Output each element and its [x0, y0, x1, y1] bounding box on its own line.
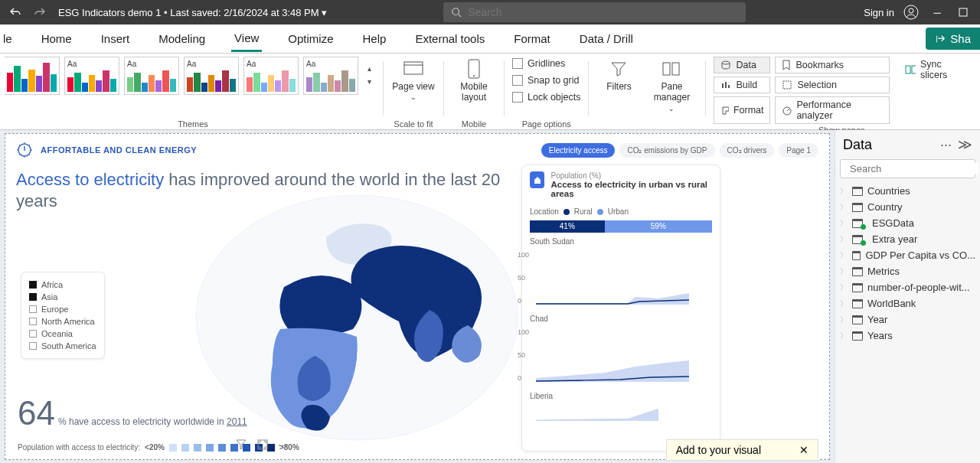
pane-format-button[interactable]: Format — [714, 96, 770, 124]
mobile-layout-button[interactable]: Mobile layout — [452, 57, 496, 103]
data-search[interactable] — [840, 159, 975, 178]
data-pane: Data ··· ≫ 〉Countries〉Country〉ESGData〉Ex… — [835, 130, 980, 463]
ribbon-body: Aa Aa Aa Aa Aa ▴▾ Themes Page view⌄ Scal… — [0, 54, 980, 130]
data-pane-title: Data — [843, 137, 872, 153]
tab-modeling[interactable]: Modeling — [155, 27, 208, 51]
pane-data-button[interactable]: Data — [714, 57, 770, 73]
sync-slicers-button[interactable]: Sync slicers — [899, 57, 969, 83]
theme-thumb[interactable]: Aa — [124, 57, 179, 95]
data-search-input[interactable] — [850, 163, 978, 174]
maximize-icon[interactable] — [954, 3, 972, 21]
tab-optimize[interactable]: Optimize — [285, 27, 336, 51]
collapse-pane-icon[interactable]: ≫ — [958, 136, 972, 153]
theme-gallery[interactable]: Aa Aa Aa Aa Aa ▴▾ — [11, 57, 375, 95]
theme-dropdown-icon[interactable]: ▴▾ — [363, 57, 375, 86]
report-tabs: Electricity access CO₂ emissions by GDP … — [541, 143, 818, 158]
data-icon — [720, 60, 731, 70]
bookmark-icon — [782, 60, 791, 70]
add-to-visual-banner[interactable]: Add to your visual ✕ — [666, 439, 818, 461]
fields-tree[interactable]: 〉Countries〉Country〉ESGData〉Extra year〉GD… — [835, 183, 980, 463]
table-item[interactable]: 〉number-of-people-wit... — [835, 279, 980, 295]
share-button[interactable]: Sha — [926, 28, 980, 50]
svg-point-9 — [722, 61, 730, 64]
pill-page1[interactable]: Page 1 — [779, 143, 818, 158]
share-icon — [935, 34, 946, 44]
table-item[interactable]: 〉ESGData — [835, 215, 980, 231]
group-label-scale: Scale to fit — [394, 118, 433, 129]
svg-point-6 — [473, 75, 475, 77]
focus-icon[interactable] — [256, 439, 269, 451]
panes-icon — [660, 58, 683, 80]
pane-manager-button[interactable]: Pane manager⌄ — [645, 57, 697, 113]
pill-electricity[interactable]: Electricity access — [541, 143, 616, 158]
pane-bookmarks-button[interactable]: Bookmarks — [775, 57, 890, 73]
sign-in-link[interactable]: Sign in — [864, 7, 894, 18]
svg-rect-3 — [959, 8, 967, 16]
tab-insert[interactable]: Insert — [98, 27, 133, 51]
tab-data-drill[interactable]: Data / Drill — [577, 27, 636, 51]
theme-thumb[interactable]: Aa — [64, 57, 119, 95]
tab-home[interactable]: Home — [38, 27, 75, 51]
table-item[interactable]: 〉Countries — [835, 183, 980, 199]
report-brand: AFFORTABLE AND CLEAN ENERGY — [41, 145, 197, 155]
report-canvas[interactable]: AFFORTABLE AND CLEAN ENERGY Electricity … — [0, 130, 835, 463]
filters-button[interactable]: Filters — [596, 57, 641, 92]
tab-format[interactable]: Format — [511, 27, 554, 51]
gridlines-checkbox[interactable]: Gridlines — [512, 57, 565, 70]
svg-rect-16 — [258, 440, 267, 449]
pill-co2-drivers[interactable]: CO₂ drivers — [720, 143, 775, 158]
perf-icon — [782, 105, 792, 116]
table-item[interactable]: 〉Country — [835, 199, 980, 215]
energy-icon — [16, 142, 33, 158]
tab-external-tools[interactable]: External tools — [412, 27, 488, 51]
funnel-icon[interactable] — [235, 439, 247, 451]
build-icon — [720, 80, 731, 90]
close-icon[interactable]: ✕ — [799, 444, 808, 456]
theme-thumb[interactable]: Aa — [243, 57, 299, 95]
visual-action-icons[interactable]: ··· — [235, 439, 288, 452]
sync-icon — [905, 64, 915, 75]
more-icon[interactable]: ··· — [278, 439, 288, 452]
pane-selection-button[interactable]: Selection — [775, 77, 890, 93]
mini-chart-0: South Sudan 100500 — [530, 237, 712, 310]
tab-help[interactable]: Help — [360, 27, 390, 51]
pane-build-button[interactable]: Build — [714, 77, 770, 93]
table-item[interactable]: 〉Extra year — [835, 231, 980, 247]
report-page[interactable]: AFFORTABLE AND CLEAN ENERGY Electricity … — [5, 133, 830, 460]
more-icon[interactable]: ··· — [940, 137, 952, 153]
ribbon-tabs: le Home Insert Modeling View Optimize He… — [0, 24, 980, 54]
table-item[interactable]: 〉GDP Per Capita vs CO... — [835, 247, 980, 263]
stacked-bar: 41% 59% — [530, 220, 712, 233]
theme-thumb[interactable]: Aa — [303, 57, 358, 95]
mobile-icon — [462, 58, 485, 80]
urban-rural-visual[interactable]: Population (%) Access to electricity in … — [521, 165, 720, 452]
table-item[interactable]: 〉Years — [835, 328, 980, 344]
global-search[interactable] — [443, 2, 746, 22]
svg-point-1 — [904, 5, 918, 19]
search-input[interactable] — [468, 6, 738, 18]
lock-objects-checkbox[interactable]: Lock objects — [512, 90, 580, 104]
snap-to-grid-checkbox[interactable]: Snap to grid — [512, 73, 579, 87]
svg-rect-4 — [404, 62, 423, 74]
pill-co2-gdp[interactable]: CO₂ emissions by GDP — [619, 143, 714, 158]
titlebar: ESG Indicators demo 1 • Last saved: 2/16… — [0, 0, 980, 24]
svg-rect-13 — [912, 66, 915, 73]
table-item[interactable]: 〉Year — [835, 311, 980, 328]
theme-thumb[interactable] — [5, 57, 60, 95]
redo-icon[interactable] — [31, 3, 49, 21]
tab-file[interactable]: le — [0, 27, 15, 51]
search-icon — [451, 7, 462, 18]
table-item[interactable]: 〉WorldBank — [835, 295, 980, 311]
tab-view[interactable]: View — [231, 26, 262, 52]
account-icon[interactable] — [902, 3, 920, 21]
undo-icon[interactable] — [6, 3, 24, 21]
continent-slicer[interactable]: Africa Asia Europe North America Oceania… — [21, 272, 105, 359]
pane-perf-button[interactable]: Performance analyzer — [775, 96, 890, 124]
minimize-icon[interactable]: ─ — [928, 3, 946, 21]
home-icon — [530, 171, 544, 188]
svg-rect-12 — [906, 66, 910, 73]
theme-thumb[interactable]: Aa — [184, 57, 239, 95]
table-item[interactable]: 〉Metrics — [835, 263, 980, 279]
page-view-button[interactable]: Page view⌄ — [391, 57, 436, 102]
group-label-mobile: Mobile — [462, 118, 486, 129]
